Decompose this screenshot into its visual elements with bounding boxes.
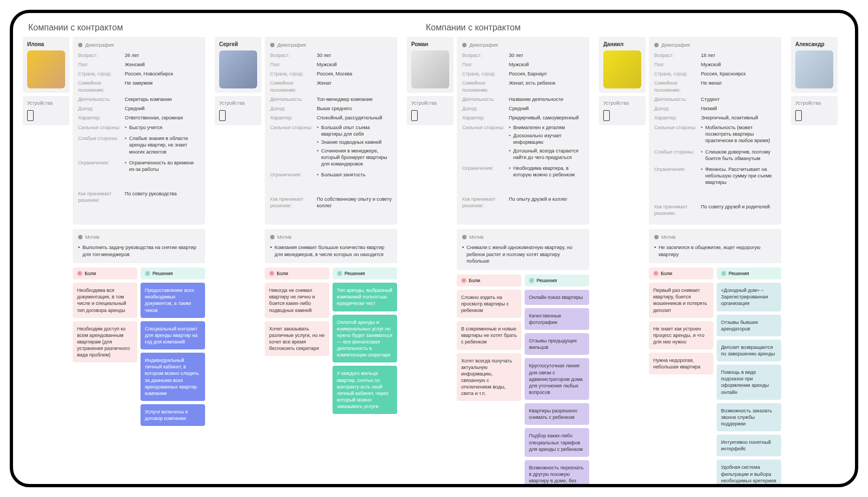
solutions-header: ✓Решения	[333, 267, 397, 279]
solutions-header: ✓Решения	[525, 275, 589, 286]
persona-name: Даниил	[603, 41, 641, 47]
pain-solution-columns: ✕БолиНикогда не снимал квартиру не лично…	[265, 267, 397, 414]
phone-icon	[219, 110, 226, 121]
persona-name: Илона	[27, 41, 65, 47]
persona-name: Сергей	[219, 41, 257, 47]
persona-card: СергейУстройстваДемографияВозраст:30 лет…	[215, 37, 397, 484]
pains-header: ✕Боли	[649, 267, 713, 279]
card-title: Демография	[661, 42, 690, 48]
solution-item: Индивидуальный личный кабинет, в котором…	[141, 353, 205, 401]
solution-item: Возможность заказать звонок службы подде…	[717, 403, 781, 431]
x-icon: ✕	[77, 271, 82, 276]
persona-card: ДаниилУстройстваДемографияВозраст:18 лет…	[599, 37, 781, 484]
persona-name-card: Илона	[23, 37, 69, 93]
pain-item: Нужна недорогая, небольшая квартира	[649, 353, 713, 374]
card-title: Демография	[85, 42, 114, 48]
pains-header: ✕Боли	[265, 267, 329, 279]
devices-card: Устройства	[791, 96, 838, 125]
persona-name-card: Роман	[407, 37, 454, 93]
check-icon: ✓	[721, 271, 726, 276]
phone-icon	[795, 110, 802, 121]
solution-item: «Доходный дом» – Зарегистрированная орга…	[717, 283, 781, 311]
solution-item: Качественные фотографии	[525, 308, 589, 330]
solution-item: Предоставление всех необходимых документ…	[141, 283, 205, 318]
avatar	[411, 50, 449, 88]
pains-header: ✕Боли	[457, 275, 521, 286]
solution-item: Отзывы предыдущих жильцов	[525, 333, 589, 355]
solution-item: Квартиры разрешено снимать с ребенком	[525, 403, 589, 425]
section-title-2: Компании с контрактом	[426, 23, 521, 33]
devices-card: Устройства	[215, 96, 261, 125]
pain-solution-columns: ✕БолиПервый раз снимает квартиру, боится…	[649, 267, 781, 484]
motive-text: Выполнить задачу руководства на снятие к…	[78, 244, 200, 258]
solution-item: Специальный контракт для аренды квартир …	[141, 321, 205, 349]
pain-item: Хотят всегда получать актуальную информа…	[457, 353, 521, 402]
card-title: Мотив	[661, 234, 675, 240]
solution-item: Онлайн показ квартиры	[525, 290, 589, 305]
check-icon: ✓	[337, 271, 342, 276]
pain-solution-columns: ✕БолиСложно ездить на просмотр квартиры …	[457, 275, 589, 484]
persona-name-card: Даниил	[599, 37, 646, 93]
x-icon: ✕	[269, 271, 275, 276]
persona-name-card: Александр	[791, 37, 838, 93]
solution-item: Отзывы бывших арендаторов	[717, 315, 781, 336]
solution-item: Подбор каких-либо специальных тарифов дл…	[525, 428, 589, 456]
card-title: Мотив	[85, 234, 99, 240]
solutions-header: ✓Решения	[141, 267, 205, 279]
persona-name: Роман	[411, 41, 449, 47]
pain-item: Необходима вся документация, в том числе…	[73, 283, 137, 318]
devices-label: Устройства	[219, 100, 257, 106]
persona-card: АлександрУстройства	[791, 37, 838, 484]
x-icon: ✕	[461, 278, 467, 283]
persona-name: Александр	[795, 41, 833, 47]
app-frame: Компании с контрактом Компании с контрак…	[10, 10, 858, 487]
solution-item: Услуги включены в договор компании	[141, 404, 205, 426]
phone-icon	[411, 110, 418, 121]
pain-item: Первый раз снимает квартиру, боится моше…	[649, 283, 713, 318]
solution-item: У каждого жильца квартир, снятых по конт…	[333, 366, 397, 414]
pain-item: Сложно ездить на просмотр квартиры с реб…	[457, 290, 521, 318]
devices-label: Устройства	[27, 100, 65, 106]
avatar	[27, 50, 65, 88]
devices-card: Устройства	[407, 96, 454, 125]
solutions-header: ✓Решения	[717, 267, 781, 279]
persona-card: ИлонаУстройстваДемографияВозраст:26 летП…	[23, 37, 205, 484]
devices-card: Устройства	[23, 96, 69, 125]
pain-item: В современные и новые квартиры не хотят …	[457, 321, 521, 349]
pain-solution-columns: ✕БолиНеобходима вся документация, в том …	[73, 267, 205, 426]
motive-text: Компания снимает большое количество квар…	[270, 244, 392, 258]
demographics-card: ДемографияВозраст:26 летПол:ЖенскийСтран…	[73, 37, 205, 225]
card-title: Демография	[277, 42, 306, 48]
motive-card: МотивВыполнить задачу руководства на сня…	[73, 229, 205, 263]
demographics-card: ДемографияВозраст:30 летПол:МужскойСтран…	[265, 37, 397, 225]
card-title: Мотив	[469, 234, 483, 240]
solution-item: Интуитивно понятный интерфейс	[717, 435, 781, 456]
devices-card: Устройства	[599, 96, 646, 125]
pain-item: Необходим доступ ко всем арендованным кв…	[73, 321, 137, 363]
x-icon: ✕	[653, 271, 659, 276]
phone-icon	[603, 110, 610, 121]
card-title: Демография	[469, 42, 498, 48]
solution-item: Удобная система фильтрации и выбора необ…	[717, 460, 781, 484]
solution-item: Круглосуточная линия для связи с админис…	[525, 358, 589, 400]
avatar	[603, 50, 641, 88]
motive-text: Снимали с женой однокомнатную квартиру, …	[462, 244, 584, 265]
motive-card: МотивНе заселился в общежитие, ищет недо…	[649, 229, 781, 263]
avatar	[795, 50, 833, 88]
persona-card: РоманУстройстваДемографияВозраст:30 летП…	[407, 37, 589, 484]
pains-header: ✕Боли	[73, 267, 137, 279]
pain-item: Хочет заказывать различные услуги, но не…	[265, 321, 329, 356]
solution-item: Депозит возвращается по завершению аренд…	[717, 340, 781, 361]
solution-item: Тип аренды, выбранный компанией полность…	[333, 283, 397, 311]
motive-card: МотивСнимали с женой однокомнатную кварт…	[457, 229, 589, 270]
solution-item: Помощь в виде подсказок при оформлении а…	[717, 365, 781, 400]
solution-item: Возможность переехать в другую похожую к…	[525, 460, 589, 484]
motive-card: МотивКомпания снимает большое количество…	[265, 229, 397, 263]
persona-name-card: Сергей	[215, 37, 261, 93]
pain-item: Не знает как устроен процесс аренды, и ч…	[649, 321, 713, 349]
pain-item: Никогда не снимал квартиру не лично и бо…	[265, 283, 329, 318]
devices-label: Устройства	[795, 100, 833, 106]
phone-icon	[27, 110, 34, 121]
devices-label: Устройства	[603, 100, 641, 106]
demographics-card: ДемографияВозраст:18 летПол:МужскойСтран…	[649, 37, 781, 225]
